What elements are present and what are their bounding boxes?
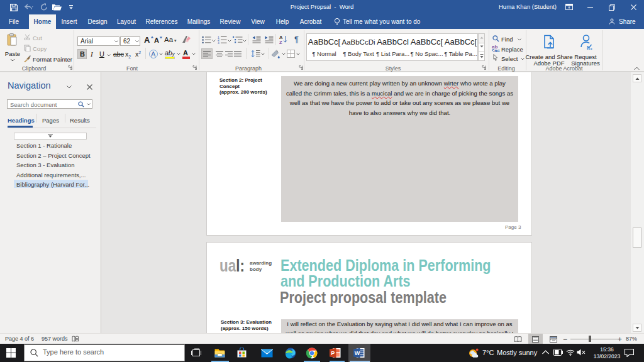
svg-text:A: A: [151, 50, 156, 58]
svg-text:W: W: [355, 350, 360, 356]
svg-text:Z: Z: [279, 40, 282, 44]
svg-text:P: P: [331, 350, 335, 356]
svg-text:3: 3: [218, 41, 219, 44]
svg-text:x: x: [587, 45, 589, 49]
